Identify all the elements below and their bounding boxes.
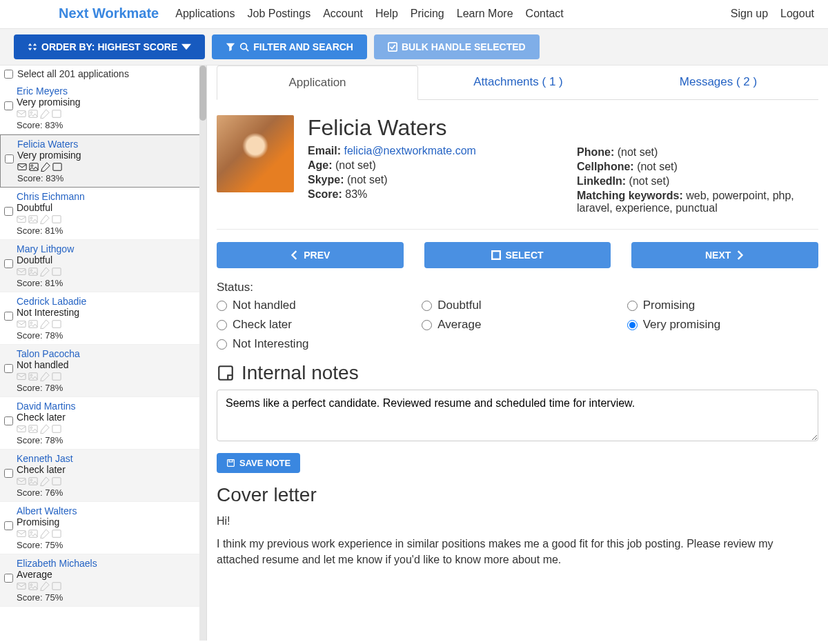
applicant-item[interactable]: Albert Walters Promising Score: 75% (0, 502, 206, 554)
status-radio[interactable] (422, 320, 432, 330)
applicant-checkbox[interactable] (4, 101, 13, 110)
status-option-label: Check later (233, 318, 292, 332)
applicant-status: Average (17, 569, 202, 580)
applicant-score: Score: 75% (17, 540, 202, 550)
applicant-icons (17, 267, 202, 276)
status-option-label: Promising (643, 299, 696, 312)
svg-rect-14 (52, 216, 61, 223)
status-option[interactable]: Check later (217, 318, 408, 332)
applicant-item[interactable]: Elizabeth Michaels Average Score: 75% (0, 554, 206, 607)
nav-links: ApplicationsJob PostingsAccountHelpPrici… (175, 8, 563, 20)
brand-logo[interactable]: Next Workmate (59, 6, 159, 21)
applicant-item[interactable]: Talon Pacocha Not handled Score: 78% (0, 345, 206, 397)
select-all-checkbox[interactable] (4, 70, 13, 79)
applicant-item[interactable]: Cedrick Labadie Not Interesting Score: 7… (0, 292, 206, 345)
applicant-icons (17, 581, 202, 591)
status-radio[interactable] (627, 320, 638, 330)
action-toolbar: ORDER BY: HIGHEST SCORE FILTER AND SEARC… (0, 29, 828, 66)
tab-messages[interactable]: Messages ( 2 ) (618, 66, 818, 99)
svg-point-13 (30, 217, 32, 219)
svg-rect-22 (52, 321, 61, 328)
select-button[interactable]: SELECT (424, 242, 611, 268)
applicant-checkbox[interactable] (5, 154, 14, 163)
status-option[interactable]: Average (422, 318, 613, 332)
applicant-checkbox[interactable] (4, 312, 13, 321)
status-option[interactable]: Very promising (627, 318, 818, 332)
applicant-item[interactable]: David Martins Check later Score: 78% (0, 397, 206, 450)
tab-attachments[interactable]: Attachments ( 1 ) (418, 66, 618, 99)
status-radio[interactable] (217, 320, 227, 330)
applicant-name: Talon Pacocha (17, 348, 202, 359)
status-option[interactable]: Not Interesting (217, 337, 408, 351)
nav-link-applications[interactable]: Applications (175, 8, 235, 20)
status-option[interactable]: Not handled (217, 299, 408, 312)
prev-button[interactable]: PREV (217, 242, 404, 268)
applicant-checkbox[interactable] (4, 259, 13, 268)
nav-link-job-postings[interactable]: Job Postings (248, 8, 311, 20)
nav-link-learn-more[interactable]: Learn More (457, 8, 513, 20)
keywords-label: Matching keywords: (577, 190, 683, 201)
svg-rect-6 (52, 110, 61, 118)
svg-rect-15 (17, 269, 26, 275)
profile-section: Felicia Waters Email: felicia@nextworkma… (217, 100, 818, 230)
applicant-name: Mary Lithgow (17, 243, 202, 254)
score-label: Score: (308, 188, 342, 200)
applicant-score: Score: 81% (17, 225, 202, 236)
filter-button[interactable]: FILTER AND SEARCH (212, 34, 367, 59)
nav-link-logout[interactable]: Logout (780, 8, 814, 20)
save-note-button[interactable]: SAVE NOTE (217, 453, 300, 473)
nav-link-help[interactable]: Help (375, 8, 398, 20)
linkedin-value: (not set) (629, 175, 670, 187)
skype-label: Skype: (308, 174, 344, 185)
status-option[interactable]: Doubtful (422, 299, 613, 312)
nav-link-pricing[interactable]: Pricing (411, 8, 444, 20)
applicant-item[interactable]: Mary Lithgow Doubtful Score: 81% (0, 240, 206, 292)
applicant-status: Not Interesting (17, 307, 202, 318)
phone-label: Phone: (577, 146, 614, 158)
status-option-label: Average (437, 318, 481, 332)
tab-application[interactable]: Application (217, 66, 418, 100)
applicant-score: Score: 76% (17, 487, 202, 498)
status-radio[interactable] (422, 301, 432, 311)
svg-rect-7 (18, 164, 26, 170)
applicant-score: Score: 78% (17, 330, 202, 341)
status-radio[interactable] (217, 339, 227, 350)
bulk-handle-button[interactable]: BULK HANDLE SELECTED (374, 34, 540, 59)
order-by-button[interactable]: ORDER BY: HIGHEST SCORE (14, 34, 205, 59)
applicant-item[interactable]: Eric Meyers Very promising Score: 83% (0, 82, 206, 134)
applicant-checkbox[interactable] (4, 416, 13, 425)
chevron-right-icon (735, 250, 745, 260)
applicant-score: Score: 78% (17, 383, 202, 393)
nav-link-sign-up[interactable]: Sign up (731, 8, 768, 20)
skype-value: (not set) (347, 174, 388, 185)
nav-link-contact[interactable]: Contact (526, 8, 564, 20)
phone-value: (not set) (618, 146, 658, 158)
applicant-item[interactable]: Chris Eichmann Doubtful Score: 81% (0, 188, 206, 240)
status-radio[interactable] (627, 301, 638, 311)
internal-notes-input[interactable] (217, 390, 818, 441)
chevron-left-icon (290, 250, 299, 260)
status-option-label: Very promising (643, 318, 720, 332)
applicant-checkbox[interactable] (4, 574, 13, 583)
applicant-item[interactable]: Kenneth Jast Check later Score: 76% (0, 450, 206, 502)
next-button[interactable]: NEXT (631, 242, 818, 268)
applicant-icons (17, 424, 202, 434)
svg-point-37 (30, 532, 32, 534)
applicant-checkbox[interactable] (4, 364, 13, 373)
next-label: NEXT (705, 250, 731, 261)
status-option[interactable]: Promising (627, 299, 818, 312)
applicant-checkbox[interactable] (4, 207, 13, 216)
applicant-icons (17, 476, 202, 486)
applicant-checkbox[interactable] (4, 469, 13, 478)
nav-link-account[interactable]: Account (323, 8, 363, 20)
applicant-status: Not handled (17, 359, 202, 370)
check-square-icon (388, 42, 397, 52)
applicant-item[interactable]: Felicia Waters Very promising Score: 83% (0, 134, 206, 188)
caret-down-icon (181, 42, 191, 52)
svg-rect-10 (53, 163, 61, 171)
status-radio[interactable] (217, 301, 227, 311)
sidebar-scrollbar[interactable] (199, 66, 206, 641)
applicant-checkbox[interactable] (4, 521, 13, 530)
svg-point-25 (30, 374, 32, 376)
email-link[interactable]: felicia@nextworkmate.com (344, 145, 475, 157)
